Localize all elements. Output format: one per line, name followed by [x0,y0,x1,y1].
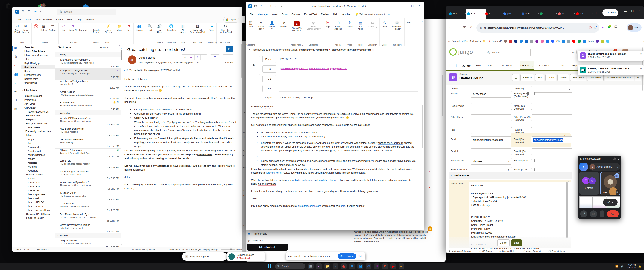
intake-section-header[interactable]: ∨Intake Notes [448,172,573,179]
field-input[interactable] [531,127,572,134]
minimize-button[interactable]: — [403,4,406,8]
menu-tab-file[interactable]: File [248,12,256,17]
action-send-handwritten-note[interactable]: Send Handwritten Note [605,74,634,81]
help-support-toast[interactable]: ?Help and support [182,252,227,261]
folder-item[interactable]: ›Frequently Used (old templates) [20,129,56,133]
folder-item[interactable]: *projects [20,161,56,165]
mail-list-item[interactable]: Annie KeenerFW: Stay Ahead with Agent Ac… [56,89,121,101]
folder-item[interactable]: *future reference [20,153,56,157]
folder-item[interactable]: ⌄Favorites [20,45,56,49]
basic-text-button[interactable]: ABasic Text ˅ [257,18,265,43]
global-search-input[interactable]: 🔍Search... [485,49,530,56]
browser-tab[interactable]: Blai✕ [466,9,486,19]
more-options-icon[interactable]: ⋮ [616,166,620,168]
side-panel-icon[interactable]: 🗔 [614,25,617,28]
bookmark-favicon[interactable] [583,40,586,43]
taskbar-chrome-icon[interactable]: ◉ [341,263,346,269]
folder-item[interactable]: Leads - reverse [20,204,56,208]
bookmark-favicon[interactable] [525,40,528,43]
folder-item[interactable]: ›Julee Private [20,88,56,92]
field-input[interactable]: --None--▼ [471,158,512,165]
folder-item[interactable]: +Program Information [20,121,56,125]
app-launcher-icon[interactable]: ⋮⋮⋮ [448,64,458,67]
browser-tab[interactable]: 253✕ [556,9,577,19]
participant-pill[interactable]: JJulee Felsman…⋮ [589,163,620,171]
start-button[interactable] [267,263,272,269]
field-checkbox[interactable] [531,159,535,162]
action--follow[interactable]: + Follow [520,74,534,81]
folder-item[interactable]: +Rate Sheets [20,125,56,129]
translate-button[interactable]: 🌐Translate [166,23,177,41]
meeting-scrollbar-thumb[interactable] [442,75,443,116]
back-button[interactable]: ← [449,25,452,29]
browser-tab[interactable]: Cha✕ [484,9,504,19]
menu-tab-review[interactable]: Review [319,12,331,17]
bcc-button[interactable]: Bcc [262,85,276,92]
bookmark-favicon[interactable] [504,40,507,43]
list-group-header[interactable]: ⌄Yesterday [56,110,121,115]
network-icon[interactable]: 📶 [615,265,618,267]
folder-item[interactable]: Promotions [20,98,56,102]
bookmark-favicon[interactable] [578,40,580,43]
all-apps-button[interactable]: ▦All Apps [179,23,186,41]
field-input[interactable]: blaine.brount+mortgage@gr [471,137,512,143]
folder-item[interactable]: *mastermind [20,149,56,153]
bookmark-favicon[interactable] [606,40,609,43]
taskbar-copilot-icon[interactable]: ◐ [316,263,322,269]
taskbar-slack-icon[interactable]: ⌗ [398,263,404,269]
nav-item-home[interactable]: Home [475,61,483,70]
tab-close-icon[interactable]: ✕ [592,13,594,15]
action--[interactable]: ▾ [635,74,641,81]
folder-icon[interactable]: 📁 [483,40,486,43]
taskbar-teams-icon[interactable]: 👥 [358,263,363,269]
folder-item[interactable]: ~Julee1 [20,57,56,61]
to-button[interactable]: To [262,65,276,73]
mail-list-item[interactable]: Dan Moran; McKenzie Dyh…RE: Ned Babb AVP… [56,211,121,223]
folder-item[interactable]: Clients O-Z [20,188,56,192]
list-scrollbar-thumb[interactable] [121,50,122,60]
action-delete[interactable]: Delete [557,74,569,81]
inline-link[interactable]: preview here [197,153,212,156]
folder-item[interactable]: Sent Items [20,65,56,69]
cloud-icon[interactable]: ☁ [34,9,37,13]
mail-list-item[interactable]: Wilson LiuRE: encompass access reqeustTu… [56,158,121,170]
close-button[interactable]: ✕ [418,4,421,7]
menu-tab-draw[interactable]: Draw [280,12,290,17]
move-button[interactable]: 📁Move [116,23,123,41]
browser-tab[interactable]: In-R✕ [520,9,541,19]
field-input[interactable] [471,103,512,110]
more-icon[interactable]: ⋯ [225,55,231,60]
archive-button[interactable]: 🗃Archive [48,23,57,41]
mail-list-item[interactable]: Nikolaos AthanasiouAccepted: Sync with N… [56,147,121,159]
inline-link[interactable]: preview here [267,171,281,174]
toast-close-icon[interactable]: ✕ [640,53,642,55]
bookmark-favicon[interactable] [562,40,565,43]
to-value[interactable]: phidesaraneta@gmail.com; blaine.brount+m… [280,67,417,70]
bookmark-favicon[interactable] [572,40,575,43]
remove-recipient-icon[interactable]: ✕ [372,49,374,51]
reply-all-button[interactable]: ↰Reply All [68,23,78,41]
ribbon-collapse-icon[interactable]: ⌃ [239,40,241,43]
mail-list-item[interactable]: Ned Babb; Dan MoranRE: Team meetingTue 4… [56,126,121,138]
loop-button[interactable]: ◎Loop Components ˅ [305,18,322,43]
zoom-slider[interactable] [222,249,234,250]
delete-button[interactable]: 🗑Delete [40,23,48,41]
notification-toast[interactable]: 💬Keisha, Travis and Julee chat: Let’s…1:… [578,65,644,75]
hide-button[interactable]: Hide [358,255,363,257]
inline-link[interactable]: here [267,135,272,138]
names-button[interactable]: 👤Names ˅ [267,18,276,43]
bookmarks-overflow-icon[interactable]: » [642,40,644,43]
include-button[interactable]: 🖇Include ˅ [279,18,288,43]
quick-meeting-button[interactable]: 🗓 [226,46,232,52]
save-button[interactable]: Save [512,239,522,246]
folder-item[interactable]: Email List Replies [20,216,56,220]
mail-list-item[interactable]: Adam Shoger; Jennifer Be…RE: State of th… [56,169,121,181]
bookmark-favicon[interactable] [509,40,512,43]
qat-overflow-icon[interactable]: ⌄ [280,5,282,7]
mail-list-item[interactable]: 'kraftykeisha720@gmail.c…RE: Great catch… [56,57,121,69]
utility-jungo-connect[interactable]: ⚡Jungo Connect [523,250,541,252]
mail-list-item[interactable]: ConstructionAmerican Pride Bank referral… [56,201,121,213]
folder-item[interactable]: ~Julee1 [20,141,56,145]
inline-link[interactable]: Instagram [302,179,313,182]
textarea-scrollbar-thumb[interactable] [566,182,568,238]
